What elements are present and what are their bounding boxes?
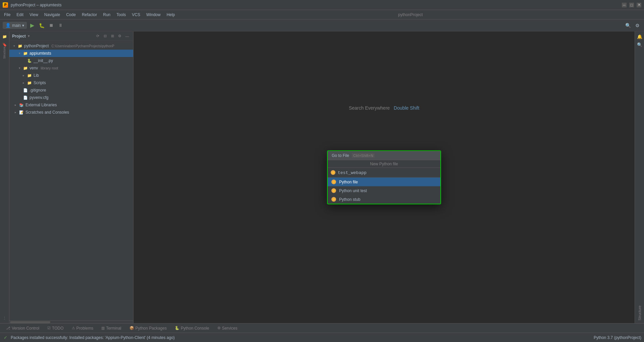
tree-appiumtests[interactable]: ▾ 📁 appiumtests [9, 50, 133, 57]
panel-scrollbar[interactable] [9, 321, 133, 323]
left-structure-icon[interactable]: Structure [1, 46, 8, 60]
gitignore-icon: 📄 [23, 88, 28, 93]
right-inspect-icon[interactable]: 🔍 [636, 41, 643, 48]
tab-python-console[interactable]: 🐍 Python Console [171, 324, 213, 332]
panel-dropdown[interactable]: ▾ [28, 34, 30, 38]
coverage-button[interactable]: ⏹ [47, 21, 55, 30]
panel-header: Project ▾ ⟳ ⊟ ⊞ ⚙ — [9, 32, 133, 41]
menu-refactor[interactable]: Refactor [79, 11, 100, 18]
tree-gitignore[interactable]: ▸ 📄 .gitignore [9, 87, 133, 94]
lib-arrow: ▸ [21, 73, 25, 77]
tree-lib[interactable]: ▸ 📁 Lib [9, 72, 133, 79]
status-message: Packages installed successfully: Install… [11, 335, 591, 340]
right-strip: 🔔 🔍 Structure [635, 32, 644, 323]
tree-venv[interactable]: ▾ 📁 venv library root [9, 64, 133, 72]
title-bar-controls[interactable]: ─ □ ✕ [622, 3, 641, 7]
tree-pyvenv[interactable]: ▸ 📄 pyvenv.cfg [9, 94, 133, 101]
minimize-button[interactable]: ─ [622, 3, 627, 7]
tree-init[interactable]: ▸ 🐍 __init__.py [9, 57, 133, 64]
py-stub-icon: ⚡ [331, 197, 336, 202]
dialog-input-row[interactable]: ⚡ [328, 168, 440, 178]
menu-window[interactable]: Window [144, 11, 163, 18]
scratches-icon: 📝 [19, 110, 24, 115]
close-button[interactable]: ✕ [637, 3, 641, 7]
tab-todo[interactable]: ☑ TODO [44, 324, 67, 332]
external-label: External Libraries [25, 103, 57, 107]
maximize-button[interactable]: □ [629, 3, 634, 7]
dialog-option-python-stub[interactable]: ⚡ Python stub [328, 195, 440, 204]
scratches-arrow: ▸ [13, 110, 17, 114]
tab-problems-label: Problems [76, 326, 94, 331]
settings-button[interactable]: ⚙ [633, 21, 641, 30]
menu-help[interactable]: Help [164, 11, 178, 18]
tab-services-label: Services [222, 326, 237, 331]
bottom-tabs: ⎇ Version Control ☑ TODO ⚠ Problems ▥ Te… [0, 323, 644, 333]
tree-scripts[interactable]: ▸ 📁 Scripts [9, 79, 133, 87]
tab-terminal[interactable]: ▥ Terminal [98, 324, 124, 332]
dialog-option-python-unit-test[interactable]: ⚡ Python unit test [328, 186, 440, 195]
tab-python-packages-label: Python Packages [136, 326, 167, 331]
tab-problems[interactable]: ⚠ Problems [68, 324, 97, 332]
tab-services[interactable]: ⚙ Services [214, 324, 241, 332]
tree-root[interactable]: ▾ 📁 pythonProject C:\Users\naben\Pycharm… [9, 42, 133, 50]
menu-code[interactable]: Code [63, 11, 78, 18]
root-folder-icon: 📁 [17, 43, 23, 49]
search-hint-shortcut: Double Shift [394, 105, 419, 111]
panel-settings-button[interactable]: ⚙ [116, 33, 123, 40]
panel-expand-button[interactable]: ⊞ [109, 33, 116, 40]
python-unit-test-icon: ⚡ [331, 188, 336, 193]
menu-edit[interactable]: Edit [14, 11, 26, 18]
right-notifications-icon[interactable]: 🔔 [636, 33, 643, 40]
run-config-dropdown[interactable]: ▾ [22, 23, 24, 28]
dialog-shortcut: Ctrl+Shift+N [352, 153, 375, 158]
lib-icon: 📁 [27, 73, 32, 78]
left-bottom-icon[interactable]: ⋮ [1, 315, 8, 322]
menu-navigate[interactable]: Navigate [42, 11, 63, 18]
left-strip: 📁 🔖 Structure ⋮ [0, 32, 9, 323]
run-button[interactable]: ▶ [28, 21, 36, 30]
dialog-option-python-file[interactable]: ⚡ Python file [328, 178, 440, 186]
menu-run[interactable]: Run [100, 11, 113, 18]
panel-actions: ⟳ ⊟ ⊞ ⚙ — [94, 33, 130, 40]
dialog-goto-label: Go to File [332, 153, 349, 158]
run-config[interactable]: 👤 main ▾ [3, 22, 27, 29]
scratches-label: Scratches and Consoles [25, 110, 69, 115]
menu-tools[interactable]: Tools [114, 11, 128, 18]
python-version[interactable]: Python 3.7 (pythonProject) [594, 335, 641, 340]
search-everywhere-button[interactable]: 🔍 [624, 21, 632, 30]
app-icon: P [3, 2, 8, 8]
dialog-input-field[interactable] [338, 170, 438, 175]
tree-scratches[interactable]: ▸ 📝 Scratches and Consoles [9, 109, 133, 116]
new-python-file-dialog: Go to File Ctrl+Shift+N New Python file … [327, 151, 441, 205]
panel-sync-button[interactable]: ⟳ [94, 33, 101, 40]
profile-button[interactable]: ⏸ [56, 21, 64, 30]
menu-vcs[interactable]: VCS [129, 11, 143, 18]
tree-external-libs[interactable]: ▸ 📚 External Libraries [9, 101, 133, 109]
menu-view[interactable]: View [27, 11, 41, 18]
scripts-icon: 📁 [27, 80, 32, 86]
panel-scrollbar-thumb[interactable] [10, 321, 50, 323]
root-arrow: ▾ [12, 44, 16, 48]
python-file-label: Python file [339, 180, 358, 184]
venv-label: venv [30, 66, 38, 70]
panel-close-button[interactable]: — [124, 33, 130, 40]
tab-terminal-label: Terminal [106, 326, 121, 331]
tab-todo-label: TODO [52, 326, 63, 331]
pyvenv-label: pyvenv.cfg [30, 95, 48, 100]
init-icon: 🐍 [27, 58, 32, 63]
version-control-icon: ⎇ [6, 326, 10, 330]
tab-python-console-label: Python Console [181, 326, 209, 331]
menu-file[interactable]: File [1, 11, 13, 18]
tab-python-packages[interactable]: 📦 Python Packages [126, 324, 170, 332]
structure-label[interactable]: Structure [638, 305, 642, 321]
main-layout: 📁 🔖 Structure ⋮ Project ▾ ⟳ ⊟ ⊞ ⚙ — ▾ 📁 … [0, 32, 644, 323]
debug-button[interactable]: 🐛 [38, 21, 46, 30]
external-icon: 📚 [19, 102, 24, 108]
search-hint: Search Everywhere Double Shift [349, 105, 419, 111]
python-packages-icon: 📦 [129, 326, 134, 330]
left-project-icon[interactable]: 📁 [1, 33, 8, 40]
menu-bar: File Edit View Navigate Code Refactor Ru… [0, 10, 644, 19]
root-path: C:\Users\naben\PycharmProjects\pythonP [51, 44, 114, 48]
panel-collapse-button[interactable]: ⊟ [102, 33, 108, 40]
tab-version-control[interactable]: ⎇ Version Control [3, 324, 43, 332]
